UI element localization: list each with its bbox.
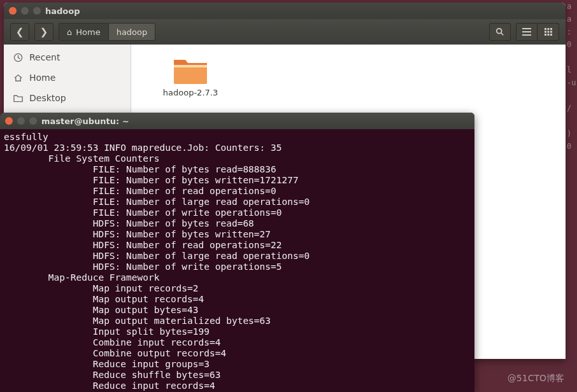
- folder-icon: [13, 94, 23, 102]
- svg-rect-3: [522, 31, 531, 32]
- view-mode-group: [516, 23, 559, 41]
- terminal-titlebar[interactable]: master@ubuntu: ~: [0, 113, 474, 129]
- home-icon: [13, 73, 23, 83]
- window-close-icon[interactable]: [5, 117, 13, 125]
- sidebar-item-label: Desktop: [29, 93, 66, 103]
- svg-rect-10: [550, 31, 552, 33]
- breadcrumb-home-label: Home: [76, 27, 100, 37]
- arrow-right-icon: ❯: [40, 26, 48, 38]
- clock-icon: [13, 53, 23, 62]
- sidebar-item-desktop[interactable]: Desktop: [4, 88, 131, 108]
- grid-icon: [545, 28, 552, 36]
- window-maximize-icon[interactable]: [29, 117, 37, 125]
- svg-rect-6: [547, 28, 549, 30]
- svg-rect-9: [547, 31, 549, 33]
- sidebar-item-recent[interactable]: Recent: [4, 47, 131, 67]
- sidebar-item-label: Home: [29, 73, 55, 83]
- window-maximize-icon[interactable]: [33, 7, 41, 15]
- arrow-left-icon: ❮: [16, 26, 24, 38]
- folder-label: hadoop-2.7.3: [155, 88, 225, 97]
- svg-rect-2: [522, 28, 531, 29]
- search-button[interactable]: [489, 23, 511, 41]
- search-icon: [495, 27, 504, 36]
- nav-back-button[interactable]: ❮: [10, 23, 29, 41]
- svg-rect-15: [174, 65, 207, 67]
- svg-rect-8: [545, 31, 546, 33]
- files-toolbar: ❮ ❯ ⌂ Home hadoop: [4, 19, 566, 45]
- svg-rect-12: [547, 34, 549, 36]
- home-icon: ⌂: [67, 27, 72, 37]
- svg-rect-13: [550, 34, 552, 36]
- nav-forward-button[interactable]: ❯: [34, 23, 53, 41]
- breadcrumb-current[interactable]: hadoop: [109, 23, 156, 41]
- svg-point-0: [497, 29, 502, 34]
- grid-view-button[interactable]: [538, 23, 559, 41]
- breadcrumb: ⌂ Home hadoop: [59, 23, 155, 41]
- svg-rect-4: [522, 34, 531, 36]
- files-titlebar[interactable]: hadoop: [4, 3, 566, 19]
- list-view-button[interactable]: [516, 23, 538, 41]
- folder-large-icon: [173, 56, 208, 85]
- window-close-icon[interactable]: [9, 7, 17, 15]
- terminal-output[interactable]: essfully 16/09/01 23:59:53 INFO mapreduc…: [0, 129, 474, 392]
- window-title: hadoop: [45, 6, 80, 16]
- terminal-title: master@ubuntu: ~: [41, 116, 129, 126]
- breadcrumb-current-label: hadoop: [117, 27, 148, 37]
- folder-hadoop273[interactable]: hadoop-2.7.3: [155, 56, 225, 97]
- window-minimize-icon[interactable]: [21, 7, 29, 15]
- list-icon: [522, 28, 531, 36]
- svg-line-1: [501, 33, 504, 36]
- sidebar-item-label: Recent: [29, 52, 60, 62]
- breadcrumb-home[interactable]: ⌂ Home: [59, 23, 109, 41]
- window-minimize-icon[interactable]: [17, 117, 25, 125]
- terminal-window: master@ubuntu: ~ essfully 16/09/01 23:59…: [0, 113, 474, 392]
- credit-text: @51CTO博客: [508, 373, 564, 384]
- svg-rect-11: [545, 34, 546, 36]
- svg-rect-5: [545, 28, 546, 30]
- sidebar-item-home[interactable]: Home: [4, 67, 131, 88]
- svg-rect-7: [550, 28, 552, 30]
- background-code: aa:0l-u/)0: [567, 0, 577, 392]
